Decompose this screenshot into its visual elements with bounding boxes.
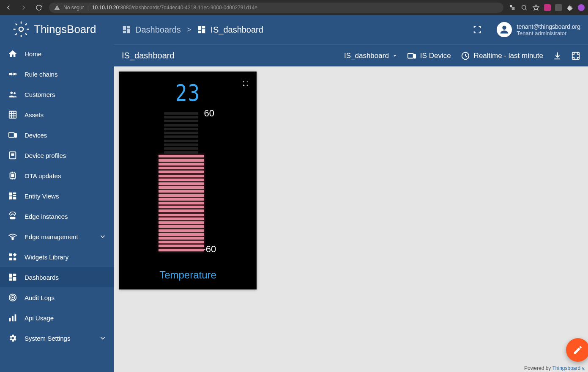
browser-reload-button[interactable] [34,3,44,13]
entity-selector[interactable]: IS Device [407,51,451,61]
svg-point-45 [12,297,13,298]
user-menu[interactable]: tenant@thingsboard.org Tenant administra… [497,22,580,37]
logo-icon [13,21,30,38]
svg-rect-52 [127,29,130,33]
svg-rect-29 [13,193,16,194]
dashboard-toolbar: IS_dashboard IS_dashboard IS Device Real… [114,44,588,66]
sidebar-item-home[interactable]: Home [0,44,114,64]
svg-rect-53 [198,26,201,30]
svg-point-2 [522,5,526,9]
svg-point-10 [14,92,16,94]
gauge-scale-min: -60 [203,244,216,255]
gauge-bar: 60 -60 [146,105,230,263]
edit-fab[interactable] [566,338,588,362]
sidebar-item-entity-views[interactable]: Entity Views [0,186,114,206]
sidebar-item-label: Edge instances [25,213,68,220]
entity-label: IS Device [420,52,451,60]
svg-rect-35 [9,254,12,256]
sidebar-item-audit-logs[interactable]: Audit Logs [0,287,114,308]
svg-rect-42 [13,277,16,281]
timewindow-label: Realtime - last minute [474,52,543,60]
browser-forward-button[interactable] [19,3,29,13]
state-label: IS_dashboard [344,52,389,60]
state-dropdown[interactable]: IS_dashboard [344,52,397,60]
sidebar-item-edge-management[interactable]: Edge management [0,226,114,247]
svg-rect-11 [9,111,16,118]
sidebar-item-label: Entity Views [25,193,59,200]
svg-rect-21 [11,174,14,177]
translate-icon[interactable] [509,4,516,11]
breadcrumb-root[interactable]: Dashboards [122,25,181,35]
svg-rect-38 [14,258,16,260]
brand-logo[interactable]: ThingsBoard [0,15,114,44]
sidebar-item-api-usage[interactable]: Api Usage [0,308,114,328]
svg-rect-30 [13,195,16,196]
svg-point-9 [11,92,13,94]
dashboard-title: IS_dashboard [122,51,175,61]
header: Dashboards > IS_dashboard tenant@thingsb… [114,15,588,44]
dashboard-canvas: 23 60 -60 Temperature Powered by Thingsb… [114,66,588,372]
sidebar-item-label: Api Usage [25,314,54,322]
widget-fullscreen-button[interactable] [242,80,249,87]
entity-views-icon [8,191,18,201]
svg-rect-47 [12,316,14,321]
sidebar-item-label: Edge management [25,233,78,240]
svg-rect-49 [123,26,126,30]
sidebar-item-devices[interactable]: Devices [0,125,114,145]
svg-rect-33 [11,217,15,219]
svg-rect-56 [202,29,205,33]
svg-rect-54 [202,26,205,29]
breadcrumb-current[interactable]: IS_dashboard [197,25,263,35]
star-icon[interactable] [532,4,540,11]
dashboard-icon [122,25,131,34]
edge-management-icon [8,231,18,242]
chevron-down-icon [99,233,107,240]
ota-icon [8,171,18,181]
sidebar-item-edge-instances[interactable]: Edge instances [0,206,114,226]
url-host: 10.10.10.20 [92,5,119,11]
avatar [497,22,512,37]
expand-button[interactable] [571,51,580,61]
sidebar-item-label: System Settings [25,335,70,342]
svg-rect-37 [9,258,12,260]
svg-rect-1 [512,7,515,10]
sidebar-item-dashboards[interactable]: Dashboards [0,267,114,287]
browser-url-bar[interactable]: No segur | 10.10.10.20:8080/dashboards/7… [49,3,503,13]
svg-rect-32 [13,197,16,200]
audit-logs-icon [8,292,18,303]
svg-rect-63 [572,52,580,59]
export-button[interactable] [552,51,562,61]
ext-icon-2[interactable] [555,4,562,11]
download-icon [552,51,562,61]
svg-rect-59 [408,53,413,58]
expand-icon [571,51,580,61]
zoom-icon[interactable] [520,4,528,11]
svg-point-5 [19,27,23,31]
sidebar-item-device-profiles[interactable]: Device profiles [0,145,114,165]
sidebar-item-label: Audit Logs [25,294,55,301]
sidebar-item-ota-updates[interactable]: OTA updates [0,165,114,186]
footer: Powered by Thingsboard v. [524,365,585,371]
sidebar-item-widgets-library[interactable]: Widgets Library [0,247,114,267]
svg-rect-17 [15,133,17,137]
sidebar-item-label: Dashboards [25,274,59,281]
sidebar-item-rule-chains[interactable]: Rule chains [0,64,114,84]
profile-icon[interactable] [578,4,585,11]
api-usage-icon [8,313,18,323]
fullscreen-button[interactable] [471,24,483,36]
clock-icon [460,51,470,61]
svg-rect-36 [13,253,17,256]
svg-marker-58 [394,55,396,57]
browser-back-button[interactable] [3,3,14,13]
sidebar-item-system-settings[interactable]: System Settings [0,328,114,348]
dashboard-icon [8,272,18,282]
extensions-icon[interactable] [566,4,574,11]
footer-link[interactable]: Thingsboard v. [552,365,586,371]
dashboard-icon [197,25,206,34]
sidebar-item-assets[interactable]: Assets [0,105,114,125]
sidebar-item-customers[interactable]: Customers [0,84,114,105]
devices-icon [407,51,417,61]
brand-name: ThingsBoard [34,23,96,36]
timewindow-selector[interactable]: Realtime - last minute [460,51,543,61]
ext-icon-1[interactable] [544,4,551,11]
